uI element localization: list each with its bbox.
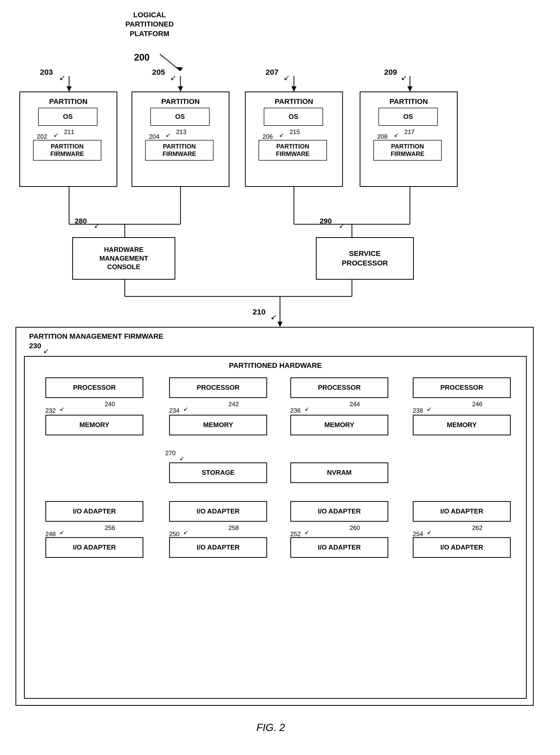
memory-3-box: MEMORY (290, 415, 388, 435)
proc4-num-top: 246 (472, 401, 482, 408)
proc1-num-left: 232 (45, 407, 56, 414)
proc3-num-top: 244 (349, 401, 360, 408)
io-adapter-2-top-box: I/O ADAPTER (169, 501, 267, 522)
partition-209-label: PARTITION (360, 97, 457, 106)
proc4-num-left: 238 (413, 407, 423, 414)
processor-3-box: PROCESSOR (290, 378, 388, 398)
main-platform-label: LOGICAL PARTITIONED PLATFORM (114, 10, 186, 38)
arrow-207: ↙ (284, 74, 289, 82)
svg-marker-5 (178, 86, 183, 91)
io-adapter-3-top-box: I/O ADAPTER (290, 501, 388, 522)
sp-arrow: ↙ (339, 222, 344, 229)
pmf-num: 210 (253, 307, 265, 317)
io2-top-num: 258 (228, 524, 239, 531)
memory-2-box: MEMORY (169, 415, 267, 435)
diagram-container: LOGICAL PARTITIONED PLATFORM 200 203 ↙ P… (0, 0, 560, 755)
io-adapter-3-bot-box: I/O ADAPTER (290, 537, 388, 558)
pmf-label: PARTITION MANAGEMENT FIRMWARE (29, 332, 163, 341)
io-adapter-1-bot-box: I/O ADAPTER (45, 537, 143, 558)
os-207-box: OS (264, 108, 323, 126)
os-205-num: 213 (176, 128, 186, 136)
os-203-num: 211 (64, 128, 74, 136)
memory-4-box: MEMORY (413, 415, 511, 435)
svg-marker-1 (177, 67, 183, 71)
proc2-num-left: 234 (169, 407, 179, 414)
io4-top-num: 262 (472, 524, 482, 531)
os-205-box: OS (150, 108, 209, 126)
storage-num: 270 (165, 450, 176, 457)
proc3-num-left: 236 (290, 407, 301, 414)
fw-209-num: 208 (377, 133, 387, 140)
arrow-209: ↙ (401, 74, 407, 82)
partitioned-hw-box: PARTITIONED HARDWARE PROCESSOR 240 232 ↙… (24, 356, 527, 699)
processor-2-box: PROCESSOR (169, 378, 267, 398)
io3-top-num: 260 (349, 524, 360, 531)
pfw-205-box: PARTITIONFIRMWARE (145, 140, 214, 161)
io-adapter-4-bot-box: I/O ADAPTER (413, 537, 511, 558)
proc2-num-top: 242 (228, 401, 239, 408)
hmc-arrow: ↙ (94, 222, 99, 229)
os-203-box: OS (38, 108, 98, 126)
io4-left-num: 254 (413, 530, 423, 538)
io1-top-num: 256 (105, 524, 115, 531)
partition-207-label: PARTITION (246, 97, 342, 106)
pmf-arrow: ↙ (271, 313, 277, 321)
hmc-box: HARDWAREMANAGEMENTCONSOLE (72, 237, 175, 280)
partition-203-num: 203 (40, 67, 53, 77)
ph-label: PARTITIONED HARDWARE (229, 361, 322, 370)
arrow-203: ↙ (59, 74, 65, 82)
partition-205-num: 205 (152, 67, 165, 77)
pfw-203-box: PARTITIONFIRMWARE (33, 140, 101, 161)
fw-205-num: 204 (149, 133, 159, 140)
os-209-num: 217 (404, 128, 415, 136)
memory-1-box: MEMORY (45, 415, 143, 435)
sp-num: 290 (320, 217, 332, 226)
storage-box: STORAGE (169, 463, 267, 483)
partition-203-box: PARTITION OS 211 202 ↙ PARTITIONFIRMWARE (19, 91, 117, 187)
svg-marker-24 (277, 322, 283, 327)
svg-marker-3 (66, 86, 72, 91)
partition-205-label: PARTITION (132, 97, 229, 106)
partition-209-num: 209 (384, 67, 397, 77)
pfw-207-box: PARTITIONFIRMWARE (259, 140, 327, 161)
io-adapter-2-bot-box: I/O ADAPTER (169, 537, 267, 558)
svg-marker-9 (407, 86, 413, 91)
partition-207-box: PARTITION OS 215 206 ↙ PARTITIONFIRMWARE (245, 91, 343, 187)
os-209-box: OS (379, 108, 438, 126)
svg-marker-7 (291, 86, 297, 91)
main-platform-number: 200 (134, 52, 149, 64)
io-adapter-1-top-box: I/O ADAPTER (45, 501, 143, 522)
fw-203-num: 202 (37, 133, 47, 140)
partition-209-box: PARTITION OS 217 208 ↙ PARTITIONFIRMWARE (360, 91, 458, 187)
proc1-num-top: 240 (105, 401, 115, 408)
io3-left-num: 252 (290, 530, 301, 538)
processor-1-box: PROCESSOR (45, 378, 143, 398)
fig-label: FIG. 2 (232, 722, 309, 733)
partition-207-num: 207 (265, 67, 278, 77)
pmf-230-num: 230 (29, 342, 41, 350)
arrow-205: ↙ (170, 74, 176, 82)
partition-203-label: PARTITION (20, 97, 117, 106)
io1-left-num: 248 (45, 530, 56, 538)
pmf-outer-box: PARTITION MANAGEMENT FIRMWARE 230 ↙ PART… (16, 327, 534, 706)
partition-205-box: PARTITION OS 213 204 ↙ PARTITIONFIRMWARE (132, 91, 229, 187)
nvram-box: NVRAM (290, 463, 388, 483)
hmc-num: 280 (75, 217, 87, 226)
os-207-num: 215 (289, 128, 300, 136)
processor-4-box: PROCESSOR (413, 378, 511, 398)
sp-box: SERVICEPROCESSOR (316, 237, 414, 280)
fw-207-num: 206 (262, 133, 273, 140)
io2-left-num: 250 (169, 530, 179, 538)
io-adapter-4-top-box: I/O ADAPTER (413, 501, 511, 522)
pfw-209-box: PARTITIONFIRMWARE (373, 140, 442, 161)
